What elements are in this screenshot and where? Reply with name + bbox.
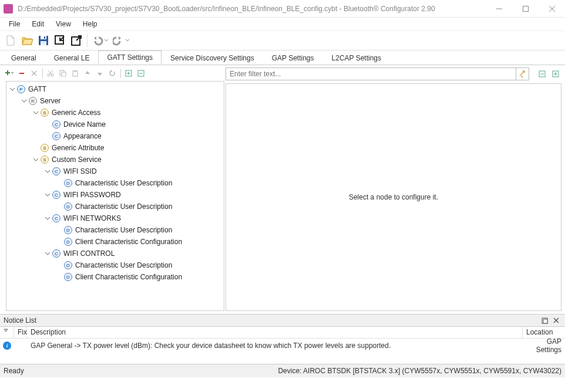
config-empty-message: Select a node to configure it. (349, 193, 438, 201)
tree-node-cud[interactable]: Characteristic User Description (75, 179, 172, 187)
add-node-button[interactable] (4, 67, 15, 79)
close-button[interactable] (539, 0, 565, 17)
dock-button[interactable] (539, 315, 550, 326)
tree-node-wifi-password[interactable]: WIFI PASSWORD (63, 191, 121, 199)
reset-button[interactable] (106, 67, 118, 79)
tab-general[interactable]: General (2, 51, 45, 65)
menu-edit[interactable]: Edit (26, 19, 50, 29)
tree-node-cud[interactable]: Characteristic User Description (75, 202, 172, 211)
minimize-button[interactable] (486, 0, 512, 17)
characteristic-icon: C (52, 249, 60, 258)
svg-rect-22 (74, 70, 76, 72)
notice-col-description[interactable]: Description (27, 327, 523, 338)
maximize-button[interactable] (512, 0, 539, 17)
notice-list-title: Notice List (4, 316, 538, 325)
app-icon (4, 4, 13, 13)
tab-l2cap-settings[interactable]: L2CAP Settings (323, 51, 391, 65)
tree-node-server[interactable]: Server (40, 97, 60, 105)
svg-rect-34 (543, 319, 547, 323)
menu-help[interactable]: Help (77, 19, 103, 29)
tree-node-cud[interactable]: Characteristic User Description (75, 261, 172, 269)
close-panel-button[interactable] (551, 315, 561, 326)
gatt-tree[interactable]: PGATT RServer SGeneric Access CDevice Na… (6, 81, 224, 311)
chevron-down-icon[interactable] (32, 109, 39, 116)
paste-button[interactable] (69, 67, 81, 79)
notice-row[interactable]: i GAP General -> TX power level (dBm): C… (0, 339, 565, 353)
chevron-down-icon[interactable] (32, 156, 39, 163)
tab-gatt-settings[interactable]: GATT Settings (98, 50, 162, 65)
notice-list-header: Notice List (0, 314, 565, 327)
tree-node-generic-access[interactable]: Generic Access (52, 109, 100, 117)
info-icon: i (3, 342, 11, 350)
undo-button[interactable] (90, 32, 111, 49)
service-icon: S (41, 144, 49, 152)
main-tabs: General General LE GATT Settings Service… (0, 50, 565, 65)
clear-filter-button[interactable] (516, 67, 529, 80)
tree-node-ccc[interactable]: Client Characteristic Configuration (75, 273, 182, 281)
descriptor-icon: D (64, 273, 72, 281)
config-panel: Select a node to configure it. (226, 83, 561, 311)
svg-rect-21 (73, 71, 78, 76)
status-ready: Ready (4, 367, 278, 375)
remove-node-button[interactable] (16, 67, 28, 79)
redo-button[interactable] (111, 32, 132, 49)
tree-node-cud[interactable]: Characteristic User Description (75, 226, 172, 234)
descriptor-icon: D (64, 179, 72, 187)
tab-gap-settings[interactable]: GAP Settings (263, 51, 323, 65)
notice-location: GAP Settings (523, 337, 565, 354)
window-title: D:/Embedded/Projects/S7V30_project/S7V30… (16, 5, 486, 13)
delete-node-button[interactable] (28, 67, 40, 79)
tree-node-appearance[interactable]: Appearance (63, 132, 102, 140)
tree-node-device-name[interactable]: Device Name (63, 120, 106, 129)
tree-node-custom-service[interactable]: Custom Service (52, 156, 102, 164)
tab-general-le[interactable]: General LE (45, 51, 99, 65)
import-button[interactable] (52, 32, 68, 49)
characteristic-icon: C (52, 191, 60, 199)
characteristic-icon: C (52, 214, 60, 222)
tab-service-discovery[interactable]: Service Discovery Settings (162, 51, 263, 65)
save-button[interactable] (35, 32, 52, 49)
notice-col-sort[interactable] (0, 327, 14, 338)
menu-view[interactable]: View (50, 19, 77, 29)
move-up-button[interactable] (82, 67, 93, 79)
tree-node-wifi-ssid[interactable]: WIFI SSID (63, 167, 97, 175)
filter-input[interactable] (226, 67, 516, 80)
chevron-down-icon[interactable] (44, 250, 51, 257)
tree-node-wifi-control[interactable]: WIFI CONTROL (63, 249, 115, 258)
chevron-down-icon[interactable] (9, 86, 16, 93)
status-device: Device: AIROC BTSDK [BTSTACK 3.x] (CYW55… (278, 367, 561, 375)
notice-col-fix[interactable]: Fix (14, 327, 27, 338)
copy-button[interactable] (57, 67, 69, 79)
chevron-down-icon[interactable] (44, 215, 51, 222)
characteristic-icon: C (52, 167, 60, 175)
role-icon: R (29, 97, 37, 105)
tree-node-gatt[interactable]: GATT (28, 85, 46, 93)
cut-button[interactable] (45, 67, 56, 79)
export-button[interactable] (68, 32, 85, 49)
filter-row (226, 67, 561, 81)
tree-node-ccc[interactable]: Client Characteristic Configuration (75, 238, 182, 246)
config-pane: Select a node to configure it. (226, 65, 565, 314)
new-file-button[interactable] (2, 32, 19, 49)
move-down-button[interactable] (94, 67, 106, 79)
chevron-down-icon[interactable] (44, 168, 51, 175)
collapse-pane-button[interactable] (536, 68, 548, 80)
menubar: File Edit View Help (0, 18, 565, 31)
tree-toolbar (4, 67, 226, 80)
notice-col-location[interactable]: Location (523, 327, 565, 338)
descriptor-icon: D (64, 238, 72, 246)
expand-all-button[interactable] (123, 67, 134, 79)
service-icon: S (41, 156, 49, 164)
service-icon: S (41, 109, 49, 117)
chevron-down-icon[interactable] (21, 97, 28, 104)
collapse-all-button[interactable] (135, 67, 147, 79)
menu-file[interactable]: File (3, 19, 26, 29)
profile-icon: P (17, 85, 25, 93)
chevron-down-icon[interactable] (44, 191, 51, 198)
descriptor-icon: D (64, 202, 72, 211)
open-file-button[interactable] (19, 32, 35, 49)
tree-node-wifi-networks[interactable]: WIFI NETWORKS (63, 214, 121, 222)
toolbar (0, 31, 565, 50)
expand-pane-button[interactable] (550, 68, 561, 80)
tree-node-generic-attribute[interactable]: Generic Attribute (52, 144, 104, 152)
